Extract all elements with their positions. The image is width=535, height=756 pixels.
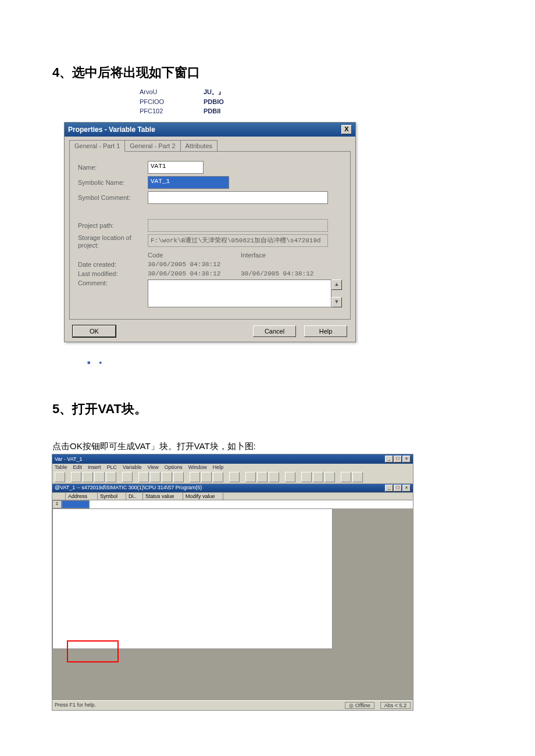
- label-symbol-comment: Symbol Comment:: [78, 194, 148, 201]
- column-header[interactable]: [52, 493, 66, 500]
- body-paragraph: 点击OK按钿即可生成VAT」块。打开VAT块，如卜图:: [52, 441, 483, 452]
- menu-item-edit[interactable]: Edit: [73, 464, 83, 470]
- menu-item-options[interactable]: Options: [165, 464, 183, 470]
- menu-item-variable[interactable]: Variable: [123, 464, 141, 470]
- toolbar-button[interactable]: [94, 472, 105, 482]
- editor-menu-bar: TableEditInsertPLCVariableViewOptionsWin…: [52, 464, 413, 471]
- toolbar-button[interactable]: [341, 472, 351, 482]
- tab-general-part1[interactable]: General - Part 1: [69, 140, 125, 152]
- menu-item-plc[interactable]: PLC: [107, 464, 117, 470]
- toolbar-button[interactable]: [352, 472, 363, 482]
- address-cell[interactable]: [62, 500, 90, 508]
- column-header[interactable]: Di..: [126, 493, 143, 500]
- column-header-code: Code: [148, 252, 241, 259]
- minimize-icon[interactable]: _: [385, 456, 393, 463]
- block-list-fragment: ArvoUJU。』 PFCIOOPDBIO PFC102PDBII: [140, 87, 483, 116]
- frag-cell: ArvoU: [140, 87, 204, 97]
- editor-status-bar: Press F1 for help. ◎ Offline Abs < 5.2: [52, 700, 413, 710]
- menu-item-help[interactable]: Help: [213, 464, 224, 470]
- ok-button[interactable]: OK: [73, 325, 116, 337]
- dialog-title: Properties - Variable Table: [68, 126, 155, 134]
- toolbar-button[interactable]: [190, 472, 200, 482]
- close-icon[interactable]: x: [402, 456, 411, 463]
- toolbar-button[interactable]: [173, 472, 184, 482]
- column-header[interactable]: Symbol: [98, 493, 126, 500]
- column-header[interactable]: Modify value: [183, 493, 223, 500]
- cancel-button[interactable]: Cancel: [253, 325, 296, 337]
- label-name: Name:: [78, 164, 148, 171]
- symbol-comment-field[interactable]: [148, 191, 328, 204]
- inner-window-title: @VAT_1 -- s472019d\SIMATIC 300(1)\CPU 31…: [55, 485, 202, 492]
- minimize-icon[interactable]: _: [385, 485, 393, 492]
- toolbar-button[interactable]: [285, 472, 295, 482]
- frag-cell: JU。』: [204, 87, 224, 97]
- status-connection: ◎ Offline: [345, 702, 374, 709]
- project-path-field: [148, 219, 328, 232]
- toolbar-button[interactable]: [313, 472, 323, 482]
- toolbar-button[interactable]: [55, 472, 65, 482]
- toolbar-button[interactable]: [245, 472, 256, 482]
- column-header[interactable]: Status value: [143, 493, 183, 500]
- label-comment: Comment:: [78, 280, 148, 286]
- label-date-created: Date created:: [78, 261, 148, 268]
- properties-dialog: Properties - Variable Table X General - …: [64, 122, 356, 342]
- label-project-path: Project path:: [78, 222, 148, 229]
- toolbar-button[interactable]: [229, 472, 240, 482]
- maximize-icon[interactable]: □: [394, 456, 402, 463]
- toolbar-button[interactable]: [324, 472, 335, 482]
- toolbar-button[interactable]: [106, 472, 116, 482]
- table-body[interactable]: [52, 508, 333, 649]
- comment-textarea[interactable]: [148, 280, 331, 307]
- symbolic-name-field[interactable]: VAT_1: [148, 176, 229, 189]
- editor-toolbar: [52, 471, 413, 484]
- toolbar-button[interactable]: [122, 472, 133, 482]
- toolbar-button[interactable]: [162, 472, 172, 482]
- column-header-interface: Interface: [241, 252, 334, 259]
- label-last-modified: Last modified:: [78, 270, 148, 277]
- tab-general-part2[interactable]: General - Part 2: [124, 140, 180, 152]
- column-header[interactable]: Address: [66, 493, 98, 500]
- table-row[interactable]: 1: [52, 500, 413, 508]
- toolbar-button[interactable]: [201, 472, 212, 482]
- heading-4: 4、选中后将出现如下窗口: [52, 64, 483, 81]
- tab-attributes[interactable]: Attributes: [180, 140, 217, 152]
- toolbar-button[interactable]: [257, 472, 268, 482]
- last-modified-code: 30/06/2005 04:38:12: [148, 270, 241, 277]
- date-created-code: 30/06/2005 04:38:12: [148, 261, 241, 268]
- storage-location-field: F:\work\B通过\天津荣程\050621加自动冲槽\s472019d: [148, 234, 328, 247]
- vat-editor-window: Var - VAT_1 _ □ x TableEditInsertPLCVari…: [52, 454, 413, 710]
- heading-5: 5、打开VAT块。: [52, 400, 483, 418]
- toolbar-button[interactable]: [213, 472, 223, 482]
- toolbar-button[interactable]: [301, 472, 312, 482]
- menu-item-table[interactable]: Table: [55, 464, 67, 470]
- scroll-down-icon[interactable]: ▼: [331, 297, 342, 307]
- toolbar-button[interactable]: [83, 472, 93, 482]
- toolbar-button[interactable]: [269, 472, 279, 482]
- name-field[interactable]: VAT1: [148, 161, 204, 174]
- label-symbolic-name: Symbolic Name:: [78, 179, 148, 186]
- frag-cell: PDBII: [204, 106, 220, 116]
- decorative-dots: ■ ●: [87, 360, 483, 366]
- close-icon[interactable]: X: [341, 125, 352, 134]
- table-header-row: AddressSymbolDi..Status valueModify valu…: [52, 492, 413, 500]
- status-abs: Abs < 5.2: [380, 702, 411, 709]
- frag-cell: PFC102: [140, 106, 204, 116]
- scroll-up-icon[interactable]: ▲: [331, 280, 342, 290]
- toolbar-button[interactable]: [150, 472, 160, 482]
- last-modified-interface: 30/06/2005 04:38:12: [241, 270, 334, 277]
- close-icon[interactable]: x: [402, 485, 411, 492]
- editor-title: Var - VAT_1: [55, 456, 83, 462]
- toolbar-button[interactable]: [71, 472, 81, 482]
- help-button[interactable]: Help: [304, 325, 347, 337]
- red-highlight-box: [67, 640, 119, 662]
- toolbar-button[interactable]: [138, 472, 149, 482]
- menu-item-window[interactable]: Window: [188, 464, 207, 470]
- frag-cell: PDBIO: [204, 97, 224, 107]
- frag-cell: PFCIOO: [140, 97, 204, 107]
- row-number: 1: [52, 500, 62, 508]
- inner-window-titlebar: @VAT_1 -- s472019d\SIMATIC 300(1)\CPU 31…: [52, 484, 413, 492]
- menu-item-insert[interactable]: Insert: [88, 464, 101, 470]
- tab-panel: Name: VAT1 Symbolic Name: VAT_1 Symbol C…: [69, 151, 351, 320]
- menu-item-view[interactable]: View: [147, 464, 158, 470]
- maximize-icon[interactable]: □: [394, 485, 402, 492]
